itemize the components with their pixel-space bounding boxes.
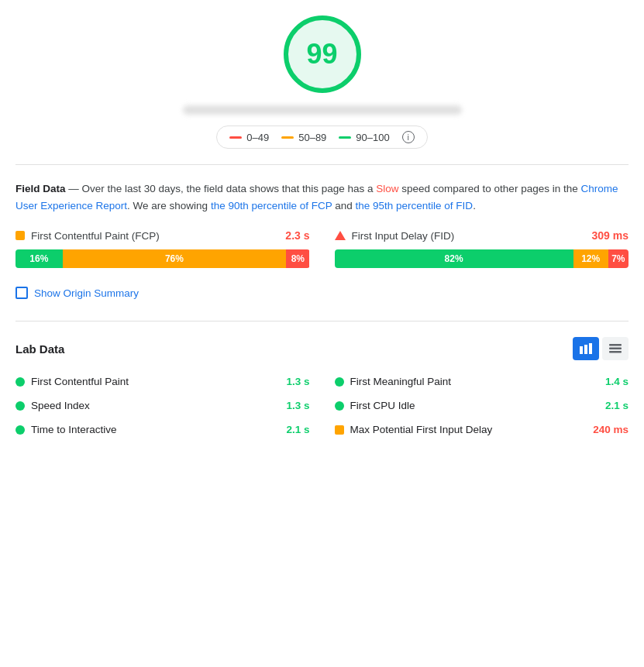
- metric-fid-bar: 82% 12% 7%: [335, 249, 629, 268]
- field-data-period: .: [473, 200, 476, 211]
- origin-summary-label[interactable]: Show Origin Summary: [34, 287, 139, 299]
- field-data-intro: — Over the last 30 days, the field data …: [68, 183, 376, 194]
- legend-item-red: 0–49: [229, 132, 269, 143]
- lab-data-title: Lab Data: [15, 342, 64, 356]
- svg-rect-0: [580, 346, 583, 354]
- toggle-list-button[interactable]: [602, 337, 629, 360]
- legend-info-icon[interactable]: i: [402, 131, 415, 143]
- lab-metric-fcp: First Contentful Paint 1.3 s: [15, 376, 310, 387]
- bar-chart-icon: [580, 343, 592, 354]
- field-data-title: Field Data: [15, 183, 66, 194]
- metric-fcp-label: First Contentful Paint (FCP): [31, 230, 160, 242]
- lab-metric-tti: Time to Interactive 2.1 s: [15, 424, 310, 435]
- score-circle: 99: [284, 15, 361, 93]
- svg-rect-5: [609, 351, 622, 353]
- score-bar: [183, 105, 462, 115]
- origin-summary-row[interactable]: Show Origin Summary: [15, 287, 629, 299]
- legend-dot-orange: [281, 136, 294, 139]
- legend-item-green: 90–100: [339, 132, 389, 143]
- legend-label-orange: 50–89: [298, 132, 326, 143]
- metric-fid-value: 309 ms: [592, 229, 629, 242]
- score-section: 99 0–49 50–89 90–100 i: [15, 15, 629, 149]
- legend-label-green: 90–100: [356, 132, 389, 143]
- lab-metric-fmp: First Meaningful Paint 1.4 s: [335, 376, 629, 387]
- lab-metric-fci-left: First CPU Idle: [335, 400, 415, 411]
- field-data-link1-end: . We are showing: [127, 200, 211, 211]
- field-data-link2-end: and: [332, 200, 356, 211]
- lab-metric-fcp-icon: [15, 377, 25, 387]
- fcp-percentile-link[interactable]: the 90th percentile of FCP: [211, 200, 332, 211]
- lab-metric-si: Speed Index 1.3 s: [15, 400, 310, 411]
- svg-rect-1: [584, 345, 587, 354]
- score-legend: 0–49 50–89 90–100 i: [216, 125, 427, 149]
- metric-fcp-title: First Contentful Paint (FCP): [15, 230, 160, 242]
- lab-data-header: Lab Data: [15, 337, 629, 360]
- metric-fcp-bar: 16% 76% 8%: [15, 249, 310, 268]
- fcp-icon: [15, 231, 25, 240]
- metric-fid-title: First Input Delay (FID): [335, 230, 455, 242]
- lab-metric-fci-label: First CPU Idle: [350, 400, 415, 411]
- fcp-bar-green: 16%: [15, 249, 63, 268]
- fcp-bar-orange: 76%: [63, 249, 286, 268]
- view-toggle: [573, 337, 629, 360]
- lab-metric-mpfid-icon: [335, 425, 344, 435]
- field-metrics-grid: First Contentful Paint (FCP) 2.3 s 16% 7…: [15, 229, 629, 268]
- lab-metric-si-left: Speed Index: [15, 400, 90, 411]
- toggle-bar-chart-button[interactable]: [573, 337, 599, 360]
- legend-item-orange: 50–89: [281, 132, 326, 143]
- legend-dot-red: [229, 136, 242, 139]
- score-value: 99: [306, 38, 337, 70]
- lab-metric-fmp-left: First Meaningful Paint: [335, 376, 452, 387]
- fid-percentile-link[interactable]: the 95th percentile of FID: [356, 200, 474, 211]
- field-data-slow: Slow: [376, 183, 398, 194]
- lab-metric-tti-left: Time to Interactive: [15, 424, 117, 435]
- divider-1: [15, 164, 629, 165]
- lab-metric-fmp-label: First Meaningful Paint: [350, 376, 452, 387]
- legend-dot-green: [339, 136, 351, 139]
- lab-metric-si-icon: [15, 401, 25, 411]
- lab-metrics-grid: First Contentful Paint 1.3 s First Meani…: [15, 376, 629, 435]
- lab-metric-si-value: 1.3 s: [286, 400, 309, 411]
- lab-metric-mpfid-left: Max Potential First Input Delay: [335, 424, 493, 435]
- lab-metric-fci-value: 2.1 s: [605, 400, 629, 411]
- lab-metric-fci-icon: [335, 401, 344, 411]
- list-icon: [609, 343, 622, 354]
- metric-fcp-value: 2.3 s: [285, 229, 309, 242]
- svg-rect-3: [609, 344, 622, 346]
- legend-label-red: 0–49: [246, 132, 269, 143]
- lab-metric-mpfid-value: 240 ms: [593, 424, 629, 435]
- fid-bar-green: 82%: [335, 249, 573, 268]
- lab-metric-fcp-label: First Contentful Paint: [31, 376, 129, 387]
- lab-metric-tti-value: 2.1 s: [286, 424, 309, 435]
- metric-fid-header: First Input Delay (FID) 309 ms: [335, 229, 629, 242]
- field-data-description: Field Data — Over the last 30 days, the …: [15, 181, 629, 214]
- svg-rect-4: [609, 348, 622, 350]
- lab-metric-si-label: Speed Index: [31, 400, 90, 411]
- origin-summary-icon: [15, 287, 28, 299]
- fid-icon: [335, 231, 346, 240]
- lab-metric-tti-label: Time to Interactive: [31, 424, 117, 435]
- metric-fid-label: First Input Delay (FID): [352, 230, 455, 242]
- lab-metric-fcp-left: First Contentful Paint: [15, 376, 129, 387]
- lab-metric-mpfid: Max Potential First Input Delay 240 ms: [335, 424, 629, 435]
- lab-metric-fmp-value: 1.4 s: [605, 376, 629, 387]
- lab-metric-fmp-icon: [335, 377, 344, 387]
- fcp-bar-red: 8%: [286, 249, 309, 268]
- lab-metric-tti-icon: [15, 425, 25, 435]
- field-data-mid: speed compared to other pages in the: [399, 183, 581, 194]
- lab-metric-mpfid-label: Max Potential First Input Delay: [350, 424, 493, 435]
- metric-fid: First Input Delay (FID) 309 ms 82% 12% 7…: [335, 229, 629, 268]
- metric-fcp: First Contentful Paint (FCP) 2.3 s 16% 7…: [15, 229, 310, 268]
- lab-metric-fcp-value: 1.3 s: [286, 376, 309, 387]
- fid-bar-orange: 12%: [573, 249, 608, 268]
- svg-rect-2: [589, 343, 592, 354]
- fid-bar-red: 7%: [608, 249, 629, 268]
- divider-2: [15, 321, 629, 321]
- metric-fcp-header: First Contentful Paint (FCP) 2.3 s: [15, 229, 310, 242]
- lab-metric-fci: First CPU Idle 2.1 s: [335, 400, 629, 411]
